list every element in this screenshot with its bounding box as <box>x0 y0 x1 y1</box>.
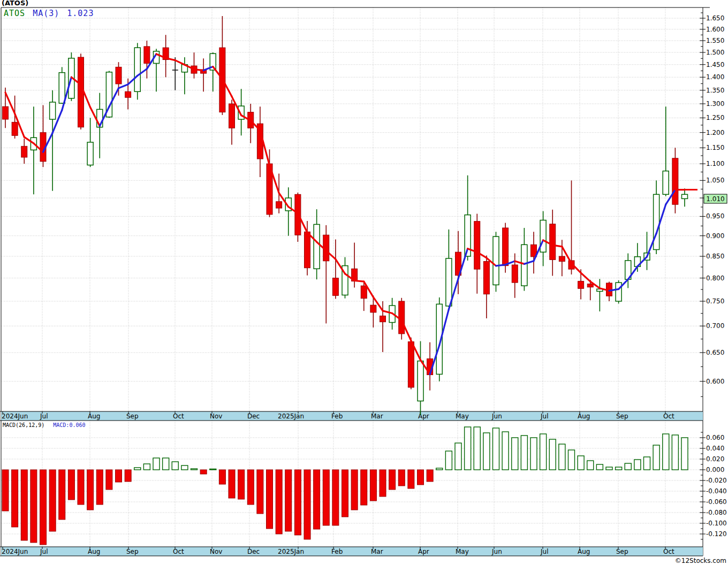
svg-text:Jul: Jul <box>40 548 48 555</box>
svg-text:Feb: Feb <box>331 548 343 555</box>
svg-text:Dec: Dec <box>247 413 260 420</box>
svg-text:-0.100: -0.100 <box>706 520 727 527</box>
svg-text:Apr: Apr <box>418 413 429 420</box>
svg-text:1.600: 1.600 <box>706 26 724 33</box>
svg-text:Aug: Aug <box>578 413 590 420</box>
svg-text:2024Jun: 2024Jun <box>2 413 28 420</box>
symbol-label: ATOS <box>4 9 25 18</box>
price-legend: ATOSMA(3)1.023 <box>4 9 94 18</box>
svg-text:1.050: 1.050 <box>706 177 724 184</box>
macd-legend: MACD(26,12,9)MACD:0.060 <box>3 422 86 428</box>
svg-text:0.040: 0.040 <box>706 445 724 452</box>
svg-text:1.200: 1.200 <box>706 129 724 136</box>
svg-text:Apr: Apr <box>418 548 429 555</box>
svg-text:Aug: Aug <box>88 413 100 420</box>
svg-text:1.550: 1.550 <box>706 37 724 44</box>
svg-text:Oct: Oct <box>663 413 674 420</box>
svg-text:Sep: Sep <box>616 548 628 555</box>
svg-text:1.300: 1.300 <box>706 100 724 108</box>
svg-text:2024Jun: 2024Jun <box>2 548 28 555</box>
svg-text:Jul: Jul <box>540 413 548 420</box>
svg-text:1.150: 1.150 <box>706 144 724 151</box>
macd-value-label: MACD:0.060 <box>53 422 85 428</box>
svg-text:Jul: Jul <box>40 413 48 420</box>
svg-text:-0.020: -0.020 <box>706 477 727 484</box>
svg-text:0.700: 0.700 <box>706 322 724 330</box>
svg-text:May: May <box>456 548 469 555</box>
svg-text:0.060: 0.060 <box>706 434 724 441</box>
watermark-credit: ©12Stocks.com <box>675 557 726 564</box>
svg-text:0.850: 0.850 <box>706 253 724 260</box>
svg-text:-0.120: -0.120 <box>706 530 727 538</box>
svg-text:0.600: 0.600 <box>706 378 724 385</box>
svg-text:0.000: 0.000 <box>706 466 724 474</box>
svg-text:-0.080: -0.080 <box>706 509 727 516</box>
svg-text:Mar: Mar <box>371 548 383 555</box>
svg-text:1.500: 1.500 <box>706 49 724 56</box>
svg-text:Sep: Sep <box>126 548 139 555</box>
svg-text:Jun: Jun <box>491 413 502 420</box>
stock-chart-page: 1.6501.6001.5501.5001.4501.4001.3501.300… <box>0 0 728 565</box>
overlays: 1.010 <box>704 194 727 203</box>
ma-label: MA(3) <box>33 9 59 18</box>
ma-value: 1.023 <box>67 9 94 18</box>
svg-text:Jun: Jun <box>491 548 502 555</box>
svg-text:2025Jan: 2025Jan <box>278 413 304 420</box>
page-title: (ATOS) <box>2 0 28 7</box>
svg-text:0.750: 0.750 <box>706 297 724 305</box>
svg-text:Oct: Oct <box>173 548 184 555</box>
macd-histogram <box>2 427 688 545</box>
svg-text:0.650: 0.650 <box>706 349 724 356</box>
svg-text:0.020: 0.020 <box>706 455 724 463</box>
svg-text:Sep: Sep <box>126 413 139 420</box>
svg-text:1.250: 1.250 <box>706 114 724 121</box>
svg-text:Mar: Mar <box>371 413 383 420</box>
svg-text:0.950: 0.950 <box>706 212 724 220</box>
candles <box>3 16 688 415</box>
svg-text:Feb: Feb <box>331 413 343 420</box>
svg-text:1.450: 1.450 <box>706 61 724 68</box>
svg-text:Aug: Aug <box>578 548 590 555</box>
svg-text:-0.040: -0.040 <box>706 487 727 495</box>
svg-text:Oct: Oct <box>173 413 184 420</box>
svg-text:2025Jan: 2025Jan <box>278 548 304 555</box>
svg-text:0.900: 0.900 <box>706 232 724 240</box>
svg-text:Sep: Sep <box>616 413 628 420</box>
svg-text:Nov: Nov <box>210 548 222 555</box>
svg-text:-0.060: -0.060 <box>706 498 727 506</box>
svg-text:Nov: Nov <box>210 413 222 420</box>
svg-text:1.350: 1.350 <box>706 87 724 94</box>
svg-text:Jul: Jul <box>540 548 548 555</box>
price-macd-chart: 1.6501.6001.5501.5001.4501.4001.3501.300… <box>0 0 728 565</box>
svg-text:Aug: Aug <box>88 548 100 555</box>
svg-text:0.800: 0.800 <box>706 274 724 282</box>
svg-text:May: May <box>456 413 469 420</box>
svg-text:1.650: 1.650 <box>706 14 724 22</box>
svg-text:1.100: 1.100 <box>706 160 724 167</box>
svg-text:Oct: Oct <box>663 548 674 555</box>
svg-text:1.400: 1.400 <box>706 73 724 81</box>
svg-text:1.010: 1.010 <box>706 195 724 203</box>
macd-params-label: MACD(26,12,9) <box>3 422 44 428</box>
svg-text:Dec: Dec <box>247 548 260 555</box>
